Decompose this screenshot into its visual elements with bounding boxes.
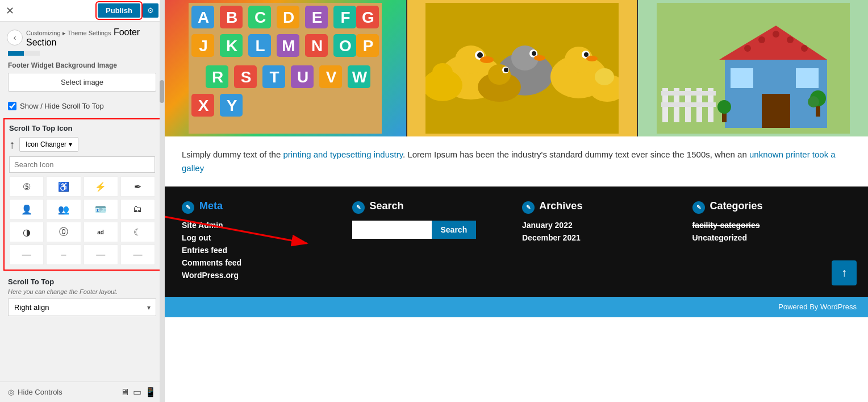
desktop-icon[interactable]: 🖥	[120, 387, 130, 397]
align-select[interactable]: Right align Left align Center align	[8, 299, 156, 316]
categories-widget: ✎ Categories facility-categories Uncateg…	[692, 200, 852, 283]
site-footer: ✎ Meta Site Admin Log out Entries feed C…	[165, 187, 868, 297]
svg-point-83	[758, 36, 765, 43]
icon-cell[interactable]: 👤	[9, 199, 44, 219]
svg-point-49	[477, 52, 483, 58]
scroll-to-top-label: Scroll To Top	[0, 274, 164, 288]
search-icon-input[interactable]	[9, 156, 155, 173]
meta-link-entries[interactable]: Entries feed	[182, 246, 341, 255]
icon-cell[interactable]: ad	[84, 222, 118, 242]
icon-cell[interactable]: 🪪	[84, 199, 118, 219]
scroll-to-top-button[interactable]: ↑	[832, 260, 857, 285]
back-button[interactable]: ‹	[7, 30, 23, 45]
icon-cell[interactable]: ◑	[9, 222, 44, 242]
icon-cell[interactable]: ✒	[120, 176, 155, 197]
mobile-icon[interactable]: 📱	[145, 387, 156, 397]
background-image-label: Footer Widget Background Image	[8, 61, 156, 69]
svg-text:C: C	[254, 9, 266, 26]
text-link-printing[interactable]: printing and typesetting industry	[283, 150, 403, 159]
powered-by-text: Powered By WordPress	[778, 302, 857, 311]
svg-text:O: O	[339, 37, 351, 55]
svg-text:K: K	[226, 37, 237, 55]
icon-cell[interactable]: ⚡	[84, 176, 118, 197]
text-link-printer[interactable]: unknown printer took a galley	[182, 150, 836, 173]
archives-edit-icon[interactable]: ✎	[522, 201, 535, 214]
svg-point-91	[717, 100, 731, 114]
meta-link-siteadmin[interactable]: Site Admin	[182, 221, 341, 230]
svg-point-59	[584, 52, 589, 57]
publish-area: Publish ⚙	[98, 3, 158, 18]
icon-cell[interactable]: –	[46, 244, 81, 265]
icon-changer-row: ↑ Icon Changer ▾	[9, 137, 155, 152]
icon-cell[interactable]: ⓪	[46, 222, 81, 242]
icon-changer-button[interactable]: Icon Changer ▾	[19, 137, 78, 152]
hide-controls-button[interactable]: ◎ Hide Controls	[8, 388, 62, 396]
svg-text:P: P	[363, 37, 373, 55]
search-edit-icon[interactable]: ✎	[352, 201, 365, 214]
breadcrumb-area: ‹ Customizing ▸ Theme Settings Footer Se…	[0, 22, 164, 51]
svg-text:Y: Y	[227, 97, 237, 114]
publish-button[interactable]: Publish	[98, 3, 140, 18]
archives-widget-title: ✎ Archives	[522, 200, 681, 214]
svg-point-82	[744, 45, 751, 52]
icon-cell[interactable]: 👥	[46, 199, 81, 219]
svg-rect-79	[762, 94, 790, 128]
meta-edit-icon[interactable]: ✎	[182, 201, 194, 214]
scrollbar-thumb[interactable]	[160, 80, 164, 103]
device-icons: 🖥 ▭ 📱	[120, 387, 156, 397]
svg-point-62	[432, 63, 453, 81]
tab-active[interactable]	[8, 51, 24, 56]
archives-title-text: Archives	[539, 200, 582, 212]
svg-rect-80	[731, 68, 753, 88]
select-image-button[interactable]: Select image	[8, 73, 156, 92]
current-icon: ↑	[9, 138, 15, 151]
text-content: Lsimply dummy text of the printing and t…	[165, 136, 868, 187]
icon-cell[interactable]: ⑤	[9, 176, 44, 197]
search-button[interactable]: Search	[432, 221, 477, 239]
archive-link-dec[interactable]: December 2021	[522, 233, 681, 242]
archive-link-jan[interactable]: January 2022	[522, 221, 681, 230]
dropdown-wrapper: Right align Left align Center align ▾	[8, 299, 156, 316]
svg-text:G: G	[362, 9, 374, 26]
svg-point-89	[808, 96, 819, 107]
meta-link-logout[interactable]: Log out	[182, 233, 341, 242]
svg-text:R: R	[212, 68, 223, 86]
left-panel: ✕ Publish ⚙ ‹ Customizing ▸ Theme Settin…	[0, 0, 165, 402]
footer-layout-hint: Here you can change the Footer layout.	[0, 288, 164, 299]
meta-title-text: Meta	[199, 200, 223, 212]
svg-text:X: X	[198, 97, 209, 114]
svg-text:B: B	[226, 9, 237, 26]
icon-cell[interactable]: ―	[120, 244, 155, 265]
tab-inactive[interactable]	[24, 51, 40, 56]
icon-cell[interactable]: ♿	[46, 176, 81, 197]
circle-icon: ◎	[8, 388, 14, 396]
icon-cell[interactable]: —	[9, 244, 44, 265]
cat-link-uncategorized[interactable]: Uncategorized	[692, 233, 852, 242]
gear-button[interactable]: ⚙	[143, 3, 158, 18]
svg-text:V: V	[326, 68, 337, 86]
close-button[interactable]: ✕	[6, 5, 14, 17]
categories-edit-icon[interactable]: ✎	[692, 201, 705, 214]
icon-grid: ⑤ ♿ ⚡ ✒ 👤 👥 🪪 🗂 ◑ ⓪ ad ☾ — – — ―	[9, 176, 155, 265]
categories-title-text: Categories	[710, 200, 763, 212]
meta-link-wordpress[interactable]: WordPress.org	[182, 271, 341, 280]
top-bar: ✕ Publish ⚙	[0, 0, 164, 22]
right-align-dropdown-row: Right align Left align Center align ▾	[0, 299, 164, 322]
svg-point-86	[801, 45, 808, 52]
svg-text:D: D	[283, 9, 294, 26]
show-scroll-label: Show / Hide Scroll To Top	[20, 102, 104, 110]
icon-cell[interactable]: 🗂	[120, 199, 155, 219]
show-scroll-checkbox[interactable]	[8, 102, 16, 110]
svg-point-84	[773, 31, 779, 38]
gallery-image-ducks	[407, 0, 637, 136]
svg-point-68	[595, 68, 614, 85]
show-scroll-row: Show / Hide Scroll To Top	[0, 97, 164, 115]
icon-cell[interactable]: ☾	[120, 222, 155, 242]
search-title-text: Search	[370, 200, 404, 212]
search-input[interactable]	[352, 221, 432, 239]
meta-link-comments[interactable]: Comments feed	[182, 258, 341, 267]
archives-widget: ✎ Archives January 2022 December 2021	[522, 200, 681, 283]
icon-cell[interactable]: —	[84, 244, 118, 265]
cat-link-facility[interactable]: facility-categories	[692, 221, 852, 230]
tablet-icon[interactable]: ▭	[133, 387, 141, 397]
